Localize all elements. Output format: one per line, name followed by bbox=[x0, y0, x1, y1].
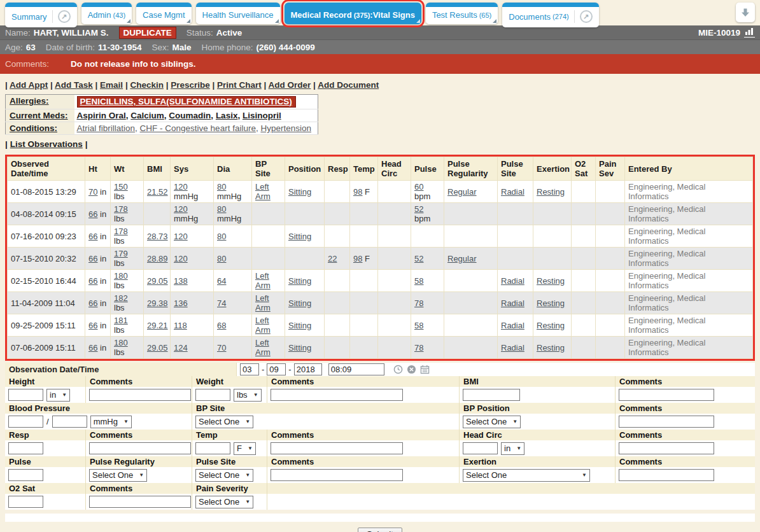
temp-comments-input[interactable] bbox=[271, 442, 403, 454]
observation-value-link[interactable]: Left Arm bbox=[255, 316, 271, 335]
pulse-regularity-select[interactable]: Select One▼ bbox=[89, 469, 147, 482]
observation-value-link[interactable]: 118 bbox=[174, 321, 187, 330]
observation-value-link[interactable]: Left Arm bbox=[255, 338, 271, 357]
observation-value-link[interactable]: 181 bbox=[114, 316, 128, 325]
observation-value-link[interactable]: 98 bbox=[353, 187, 362, 197]
observation-value-link[interactable]: 29.05 bbox=[147, 276, 168, 286]
o2-sat-comments-input[interactable] bbox=[89, 496, 191, 508]
bmi-input[interactable] bbox=[463, 389, 520, 401]
observation-value-link[interactable]: Left Arm bbox=[255, 293, 271, 312]
height-comments-input[interactable] bbox=[89, 389, 191, 401]
head-circ-comments-input[interactable] bbox=[619, 442, 714, 454]
observation-value-link[interactable]: 66 bbox=[88, 254, 97, 263]
observation-value-link[interactable]: Regular bbox=[447, 254, 477, 263]
observation-value-link[interactable]: 120 bbox=[174, 232, 188, 241]
weight-input[interactable] bbox=[195, 389, 230, 401]
pulse-site-select[interactable]: Select One▼ bbox=[195, 469, 253, 482]
action-link[interactable]: Add Task bbox=[55, 80, 93, 90]
condition-link[interactable]: Hypertension bbox=[260, 123, 311, 133]
action-link[interactable]: Print Chart bbox=[217, 80, 262, 90]
observation-value-link[interactable]: 150 bbox=[114, 182, 128, 192]
action-link[interactable]: Checkin bbox=[130, 80, 164, 90]
observation-value-link[interactable]: 66 bbox=[88, 276, 97, 286]
observation-value-link[interactable]: Radial bbox=[501, 276, 524, 286]
observation-value-link[interactable]: 182 bbox=[114, 293, 128, 303]
bp-systolic-input[interactable] bbox=[8, 416, 43, 428]
observation-value-link[interactable]: 178 bbox=[114, 227, 128, 236]
observation-value-link[interactable]: 58 bbox=[414, 321, 423, 330]
calendar-icon[interactable] bbox=[420, 365, 430, 374]
clock-icon[interactable] bbox=[393, 365, 403, 374]
medication-link[interactable]: Calcium bbox=[130, 111, 164, 120]
observation-value-link[interactable]: 80 bbox=[217, 182, 226, 192]
allergy-alert-link[interactable]: PENICILLINS, SULFA(SULFONAMIDE ANTIBIOTI… bbox=[77, 96, 296, 108]
observation-value-link[interactable]: Sitting bbox=[288, 232, 311, 241]
bp-site-select[interactable]: Select One▼ bbox=[195, 416, 253, 428]
observation-value-link[interactable]: 58 bbox=[414, 276, 423, 286]
o2-sat-input[interactable] bbox=[8, 496, 43, 508]
observation-value-link[interactable]: 66 bbox=[88, 343, 97, 353]
current-meds-link[interactable]: Current Meds: bbox=[10, 111, 68, 120]
observation-value-link[interactable]: 74 bbox=[217, 298, 226, 308]
bp-diastolic-input[interactable] bbox=[52, 416, 87, 428]
observation-value-link[interactable]: Radial bbox=[501, 343, 524, 353]
observation-value-link[interactable]: 180 bbox=[114, 338, 128, 347]
bp-unit-select[interactable]: mmHg▼ bbox=[90, 416, 132, 428]
observation-value-link[interactable]: 80 bbox=[217, 204, 226, 214]
pain-severity-select[interactable]: Select One▼ bbox=[195, 496, 253, 508]
tab-admin[interactable]: Admin (43) bbox=[81, 3, 132, 24]
observation-value-link[interactable]: Sitting bbox=[288, 276, 311, 286]
weight-unit-select[interactable]: lbs▼ bbox=[234, 389, 262, 402]
medication-link[interactable]: Coumadin bbox=[169, 111, 211, 120]
date-day-input[interactable] bbox=[267, 363, 286, 375]
tab-health-surveillance[interactable]: Health Surveillance bbox=[196, 3, 280, 24]
observation-value-link[interactable]: Sitting bbox=[288, 321, 311, 330]
observation-value-link[interactable]: 179 bbox=[114, 249, 128, 258]
resp-comments-input[interactable] bbox=[89, 442, 191, 454]
observation-value-link[interactable]: 120 bbox=[174, 182, 188, 192]
observation-value-link[interactable]: 28.89 bbox=[147, 254, 168, 263]
observation-value-link[interactable]: 138 bbox=[174, 276, 188, 286]
observation-value-link[interactable]: 80 bbox=[217, 254, 226, 263]
clear-icon[interactable] bbox=[407, 365, 416, 374]
observation-value-link[interactable]: 66 bbox=[88, 321, 97, 330]
observation-value-link[interactable]: Resting bbox=[537, 343, 565, 353]
bp-comments-input[interactable] bbox=[619, 416, 714, 428]
list-observations-link[interactable]: List Observations bbox=[10, 139, 83, 149]
medication-link[interactable]: Aspirin Oral bbox=[77, 111, 126, 120]
date-month-input[interactable] bbox=[240, 363, 259, 375]
conditions-link[interactable]: Conditions: bbox=[10, 123, 57, 133]
medication-link[interactable]: Lisinopril bbox=[243, 111, 281, 120]
action-link[interactable]: Add Appt bbox=[10, 80, 48, 90]
observation-value-link[interactable]: Sitting bbox=[288, 298, 311, 308]
pulse-comments-input[interactable] bbox=[271, 469, 403, 481]
exertion-comments-input[interactable] bbox=[619, 469, 714, 481]
bp-position-select[interactable]: Select One▼ bbox=[463, 416, 521, 428]
condition-link[interactable]: Atrial fibrillation bbox=[77, 123, 136, 133]
observation-value-link[interactable]: Left Arm bbox=[255, 271, 271, 290]
observation-value-link[interactable]: 60 bbox=[414, 182, 423, 192]
action-link[interactable]: Email bbox=[100, 80, 123, 90]
tab-test-results[interactable]: Test Results (65) bbox=[426, 3, 498, 24]
allergies-link[interactable]: Allergies: bbox=[10, 96, 49, 106]
action-link[interactable]: Prescribe bbox=[171, 80, 210, 90]
condition-link[interactable]: CHF - Congestive heart failure bbox=[140, 123, 256, 133]
observation-value-link[interactable]: 29.05 bbox=[147, 343, 168, 353]
observation-value-link[interactable]: 66 bbox=[88, 232, 97, 241]
weight-comments-input[interactable] bbox=[271, 389, 403, 401]
observation-value-link[interactable]: 136 bbox=[174, 298, 188, 308]
observation-value-link[interactable]: 22 bbox=[328, 254, 337, 263]
height-unit-select[interactable]: in▼ bbox=[46, 389, 70, 402]
observation-value-link[interactable]: 52 bbox=[414, 254, 423, 263]
observation-value-link[interactable]: 124 bbox=[174, 343, 188, 353]
observation-value-link[interactable]: 29.38 bbox=[147, 298, 168, 308]
observation-value-link[interactable]: 28.73 bbox=[147, 232, 168, 241]
action-link[interactable]: Add Document bbox=[318, 80, 379, 90]
tab-medical-record-vital-signs[interactable]: Medical Record (375) :Vital Signs bbox=[285, 3, 421, 24]
head-circ-input[interactable] bbox=[463, 442, 498, 454]
observation-value-link[interactable]: 52 bbox=[414, 204, 423, 214]
resp-input[interactable] bbox=[8, 442, 43, 454]
observation-value-link[interactable]: 98 bbox=[353, 254, 362, 263]
head-circ-unit-select[interactable]: in▼ bbox=[501, 442, 524, 455]
observation-value-link[interactable]: 66 bbox=[88, 298, 97, 308]
